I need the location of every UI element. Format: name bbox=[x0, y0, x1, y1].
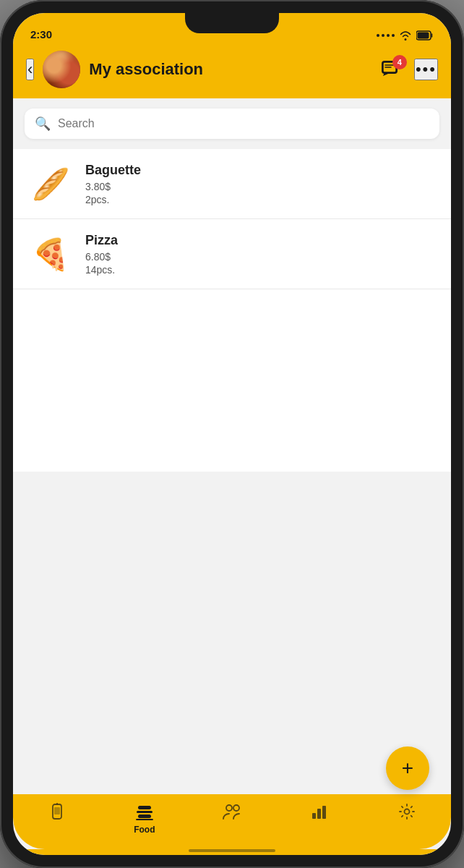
header: ‹ My association bbox=[13, 45, 451, 98]
svg-point-14 bbox=[226, 805, 232, 811]
signal-dots-icon bbox=[377, 34, 395, 37]
fab-container: + bbox=[386, 746, 429, 790]
food-icon bbox=[135, 803, 154, 822]
avatar bbox=[43, 51, 80, 88]
status-icons bbox=[377, 30, 434, 41]
nav-item-stats[interactable] bbox=[276, 800, 364, 823]
svg-rect-11 bbox=[137, 811, 152, 813]
svg-rect-18 bbox=[322, 806, 326, 819]
nav-item-settings[interactable] bbox=[364, 800, 451, 823]
search-icon: 🔍 bbox=[35, 116, 51, 132]
settings-icon bbox=[398, 803, 416, 820]
pizza-image: 🍕 bbox=[27, 231, 74, 277]
back-button[interactable]: ‹ bbox=[26, 59, 34, 80]
svg-point-15 bbox=[233, 805, 239, 811]
pizza-name: Pizza bbox=[85, 233, 437, 248]
list-item[interactable]: 🍕 Pizza 6.80$ 14pcs. bbox=[13, 219, 451, 289]
pizza-info: Pizza 6.80$ 14pcs. bbox=[85, 233, 437, 276]
home-bar bbox=[189, 849, 275, 852]
baguette-qty: 2pcs. bbox=[85, 194, 437, 205]
nav-item-food[interactable]: Food bbox=[100, 800, 188, 835]
nav-food-label: Food bbox=[134, 825, 155, 835]
list-item[interactable]: 🥖 Baguette 3.80$ 2pcs. bbox=[13, 149, 451, 219]
notification-badge: 4 bbox=[392, 55, 407, 69]
pizza-price: 6.80$ bbox=[85, 251, 437, 263]
page-title: My association bbox=[89, 60, 369, 79]
baguette-price: 3.80$ bbox=[85, 181, 437, 192]
phone-frame: 2:30 ‹ bbox=[0, 0, 464, 868]
baguette-image: 🥖 bbox=[27, 161, 74, 207]
svg-rect-17 bbox=[317, 809, 321, 819]
svg-point-19 bbox=[405, 809, 410, 814]
svg-rect-1 bbox=[418, 33, 429, 39]
drink-icon bbox=[49, 803, 65, 822]
battery-icon bbox=[416, 30, 434, 41]
item-list: 🥖 Baguette 3.80$ 2pcs. 🍕 Pizza 6.80$ 14p… bbox=[13, 149, 451, 472]
stats-icon bbox=[311, 803, 328, 820]
home-indicator bbox=[13, 849, 451, 855]
bottom-nav: Food bbox=[13, 794, 451, 849]
svg-rect-10 bbox=[138, 806, 151, 809]
notch bbox=[185, 13, 279, 33]
people-icon bbox=[222, 803, 242, 820]
svg-rect-12 bbox=[138, 814, 151, 818]
baguette-name: Baguette bbox=[85, 163, 437, 178]
svg-rect-8 bbox=[54, 807, 60, 814]
header-actions: 4 ••• bbox=[378, 56, 438, 82]
search-container: 🔍 bbox=[13, 98, 451, 149]
search-input[interactable] bbox=[58, 117, 429, 130]
nav-item-drink[interactable] bbox=[13, 800, 100, 825]
nav-item-people[interactable] bbox=[188, 800, 275, 823]
more-button[interactable]: ••• bbox=[414, 59, 438, 80]
notification-button[interactable]: 4 bbox=[378, 56, 404, 82]
svg-rect-16 bbox=[312, 813, 316, 819]
add-fab-button[interactable]: + bbox=[386, 746, 429, 790]
baguette-info: Baguette 3.80$ 2pcs. bbox=[85, 163, 437, 205]
wifi-icon bbox=[399, 30, 412, 41]
status-time: 2:30 bbox=[30, 28, 52, 41]
phone-screen: 2:30 ‹ bbox=[13, 13, 451, 855]
pizza-qty: 14pcs. bbox=[85, 264, 437, 276]
search-box: 🔍 bbox=[25, 109, 439, 139]
